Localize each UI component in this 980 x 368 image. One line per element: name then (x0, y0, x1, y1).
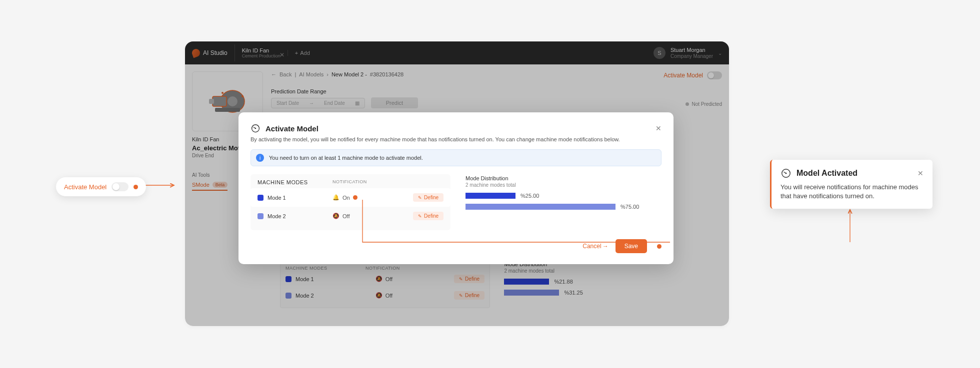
bell-off-icon: 🔕 (376, 276, 382, 282)
brand-icon (191, 48, 202, 58)
tab-close-icon[interactable]: ✕ (280, 51, 284, 58)
calendar-icon: ▦ (355, 100, 360, 106)
tab-smode[interactable]: SMode Beta (192, 182, 228, 191)
svg-point-6 (242, 95, 244, 97)
svg-rect-4 (215, 108, 240, 112)
dist-pct: %25.00 (520, 193, 539, 199)
dist-bar (504, 290, 559, 296)
notif-state: Off (386, 276, 392, 282)
dist-sub: 2 machine modes total (504, 268, 654, 274)
titlebar: AI Studio Kiln ID Fan Cement Production … (185, 41, 729, 64)
gauge-icon (250, 123, 260, 133)
activate-model-pill[interactable]: Activate Model (56, 177, 146, 196)
toast-title: Model Activated (796, 169, 858, 178)
activate-model-toggle-top[interactable]: Activate Model (664, 71, 722, 79)
mode-color-icon (286, 276, 292, 282)
table-row: Mode 1 🔔On ✎Define (250, 188, 450, 207)
th-notif: NOTIFICATION (366, 266, 400, 271)
model-hash: #3820136428 (370, 71, 404, 77)
brand-label: AI Studio (203, 49, 228, 56)
cancel-button[interactable]: Cancel→ (582, 243, 608, 250)
smode-label: SMode (192, 182, 210, 188)
dist-bar (466, 204, 616, 210)
lower-panel: MACHINE MODES NOTIFICATION Mode 1 🔕Off ✎… (280, 261, 710, 308)
content: ← Back | AI Models › New Model 2 - #3820… (271, 71, 722, 108)
svg-rect-3 (209, 99, 214, 104)
predict-button[interactable]: Predict (371, 97, 418, 108)
pencil-icon: ✎ (459, 277, 463, 282)
bell-off-icon: 🔕 (376, 292, 382, 299)
info-text: You need to turn on at least 1 machine m… (269, 155, 423, 161)
modes-table: MACHINE MODES NOTIFICATION Mode 1 🔔On ✎D… (250, 174, 450, 230)
dist-bar (504, 279, 549, 285)
add-tab-button[interactable]: + Add (288, 50, 317, 56)
th-modes: MACHINE MODES (258, 179, 332, 185)
start-date-placeholder: Start Date (276, 100, 299, 106)
legend-dot-icon (686, 102, 689, 106)
back-arrow-icon[interactable]: ← (271, 71, 276, 77)
pred-range-label: Prediction Date Range (271, 88, 722, 94)
user-role: Company Manager (670, 53, 713, 59)
back-link[interactable]: Back (280, 71, 292, 77)
pencil-icon: ✎ (418, 195, 422, 200)
arrow-right-icon: → (602, 243, 608, 250)
modal-description: By activating the model, you will be not… (250, 136, 662, 142)
arrow-right-icon: → (309, 100, 314, 106)
th-modes: MACHINE MODES (286, 266, 366, 271)
pencil-icon: ✎ (459, 293, 463, 298)
user-menu[interactable]: S Stuart Morgan Company Manager ⌄ (654, 47, 729, 59)
define-button[interactable]: ✎Define (454, 291, 484, 300)
tab-title: Kiln ID Fan (242, 47, 280, 53)
beta-badge: Beta (212, 182, 228, 188)
notif-state: Off (342, 213, 350, 219)
activate-model-modal: Activate Model ✕ By activating the model… (238, 112, 674, 264)
dist-bar (466, 193, 516, 199)
toggle-switch[interactable] (707, 71, 722, 79)
th-notif: NOTIFICATION (332, 179, 367, 185)
chevron-down-icon: ⌄ (718, 50, 722, 56)
define-button[interactable]: ✎Define (454, 275, 484, 283)
connector-dot-icon (353, 195, 358, 200)
not-predicted-legend: Not Predicted (686, 101, 722, 107)
connector-dot-icon (134, 185, 138, 189)
brand: AI Studio (185, 49, 234, 57)
mode-color-icon (286, 293, 292, 299)
connector-dot-icon (657, 244, 662, 249)
activate-label: Activate Model (64, 183, 106, 191)
modal-title: Activate Model (266, 124, 318, 133)
gauge-icon (780, 168, 792, 179)
model-activated-toast: Model Activated ✕ You will receive notif… (770, 160, 932, 209)
dist-pct: %21.88 (554, 279, 572, 285)
mode-label: Mode 2 (296, 293, 314, 299)
date-range-input[interactable]: Start Date → End Date ▦ (271, 98, 365, 108)
tab-kiln[interactable]: Kiln ID Fan Cement Production ✕ (234, 44, 288, 61)
info-icon: i (256, 154, 264, 162)
dist-sub: 2 machine modes total (466, 182, 662, 188)
mode-color-icon (258, 213, 264, 219)
notif-state: On (342, 195, 350, 201)
crumb-aimodels[interactable]: AI Models (299, 71, 324, 77)
notif-state: Off (386, 293, 392, 299)
user-name: Stuart Morgan (670, 47, 713, 53)
bell-off-icon: 🔕 (332, 213, 340, 219)
toggle-switch[interactable] (112, 182, 128, 191)
table-row: Mode 1 🔕Off ✎Define (286, 271, 484, 287)
plus-icon: + (295, 50, 298, 56)
close-icon[interactable]: ✕ (656, 124, 662, 132)
dist-pct: %75.00 (620, 204, 639, 210)
close-icon[interactable]: ✕ (918, 169, 924, 177)
save-button[interactable]: Save (616, 239, 647, 253)
pencil-icon: ✎ (418, 214, 422, 219)
define-button[interactable]: ✎Define (413, 193, 444, 202)
dist-pct: %31.25 (564, 290, 582, 296)
svg-point-1 (228, 96, 238, 106)
mode-distribution: Mode Distribution 2 machine modes total … (466, 174, 662, 230)
mode-color-icon (258, 195, 264, 201)
bell-on-icon: 🔔 (332, 194, 340, 201)
dist-title: Mode Distribution (466, 175, 662, 181)
toast-body: You will receive notifications for machi… (780, 183, 924, 201)
info-banner: i You need to turn on at least 1 machine… (250, 149, 662, 166)
define-button[interactable]: ✎Define (413, 212, 444, 220)
crumb-current: New Model 2 - (332, 71, 367, 77)
svg-point-8 (255, 128, 256, 129)
